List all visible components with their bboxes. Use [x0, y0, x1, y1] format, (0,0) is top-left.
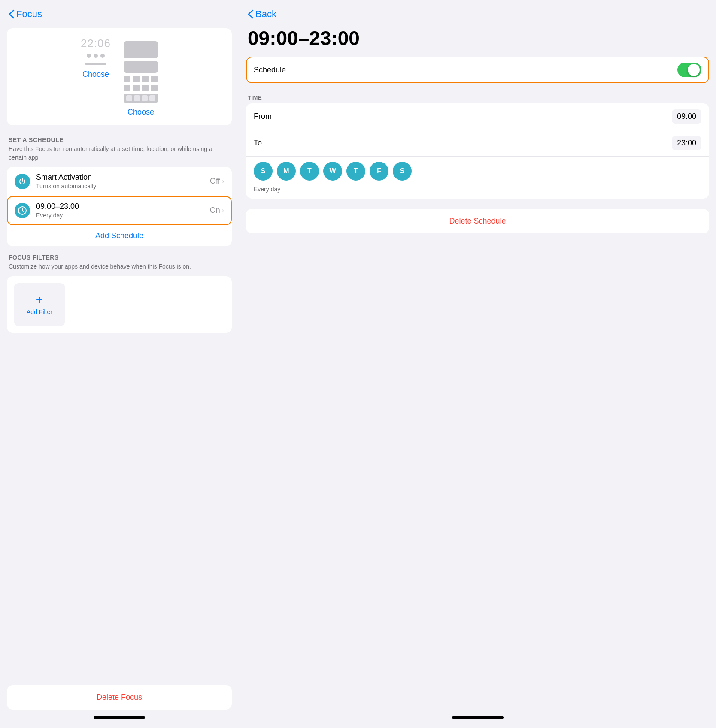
left-nav-bar: Focus	[0, 0, 239, 24]
time-section-label: TIME	[239, 90, 716, 103]
focus-filters-title: FOCUS FILTERS	[9, 254, 230, 261]
left-home-indicator	[94, 716, 145, 719]
schedule-time-right: On ›	[210, 206, 224, 215]
to-label: To	[254, 139, 672, 148]
grid-item-4	[151, 76, 158, 82]
phone-time: 22:06	[81, 37, 111, 50]
focus-back-button[interactable]: Focus	[9, 9, 230, 20]
day-friday[interactable]: F	[370, 162, 388, 181]
day-sunday[interactable]: S	[254, 162, 273, 181]
days-row: S M T W T F S	[246, 157, 709, 184]
mock-block-medium	[124, 61, 158, 73]
time-card: From 09:00 To 23:00 S M T W T F S Every …	[246, 103, 709, 199]
grid-item-3	[142, 76, 149, 82]
add-schedule-button[interactable]: Add Schedule	[7, 225, 232, 246]
left-phone-mockup: 22:06 Choose	[81, 37, 111, 79]
grid-item-2	[133, 76, 140, 82]
from-value: 09:00	[672, 109, 701, 124]
grid-item-5	[124, 85, 130, 91]
mock-block-large	[124, 41, 158, 58]
delete-focus-label: Delete Focus	[97, 693, 142, 702]
preview-area: 22:06 Choose	[7, 28, 232, 125]
delete-schedule-label: Delete Schedule	[449, 217, 506, 226]
mock-grid	[124, 76, 158, 91]
schedule-toggle-card: Schedule	[246, 57, 709, 83]
schedule-toggle[interactable]	[677, 63, 701, 77]
schedule-time-row[interactable]: 09:00–23:00 Every day On ›	[7, 196, 232, 225]
smart-activation-right: Off ›	[210, 177, 224, 186]
smart-activation-content: Smart Activation Turns on automatically	[36, 173, 210, 190]
chevron-left-icon	[9, 9, 15, 19]
to-row[interactable]: To 23:00	[246, 130, 709, 157]
grid-item-7	[142, 85, 149, 91]
set-a-schedule-desc: Have this Focus turn on automatically at…	[9, 145, 230, 162]
schedule-options-card: Smart Activation Turns on automatically …	[7, 167, 232, 246]
schedule-label: Schedule	[254, 66, 677, 75]
schedule-time-subtitle: Every day	[36, 212, 210, 219]
add-schedule-label: Add Schedule	[95, 231, 143, 240]
day-thursday[interactable]: T	[346, 162, 365, 181]
smart-activation-status: Off	[210, 177, 220, 186]
day-tuesday[interactable]: T	[300, 162, 319, 181]
mock-dock	[124, 94, 158, 103]
schedule-toggle-row: Schedule	[246, 57, 709, 83]
add-filter-label: Add Filter	[27, 308, 52, 315]
grid-item-6	[133, 85, 140, 91]
focus-filters-desc: Customize how your apps and device behav…	[9, 263, 230, 271]
right-home-indicator	[452, 716, 504, 719]
smart-activation-icon	[15, 174, 30, 189]
phone-right-mockup	[124, 41, 158, 103]
filter-card: + Add Filter	[7, 276, 232, 333]
back-label: Back	[255, 9, 276, 20]
grid-item-8	[151, 85, 158, 91]
day-monday[interactable]: M	[277, 162, 296, 181]
delete-schedule-button[interactable]: Delete Schedule	[246, 209, 709, 233]
dock-item-3	[142, 95, 148, 101]
phone-dots	[87, 54, 105, 58]
power-icon	[18, 177, 27, 186]
day-wednesday[interactable]: W	[323, 162, 342, 181]
smart-activation-row[interactable]: Smart Activation Turns on automatically …	[7, 167, 232, 196]
smart-activation-title: Smart Activation	[36, 173, 210, 182]
right-phone-mockup: Choose	[124, 37, 158, 117]
left-panel: Focus 22:06 Choose	[0, 0, 239, 728]
set-a-schedule-header: SET A SCHEDULE Have this Focus turn on a…	[0, 132, 239, 163]
grid-item-1	[124, 76, 130, 82]
right-nav-bar: Back	[239, 0, 716, 24]
smart-activation-subtitle: Turns on automatically	[36, 183, 210, 190]
add-filter-plus-icon: +	[36, 294, 43, 306]
dock-item-4	[149, 95, 155, 101]
focus-back-label: Focus	[16, 9, 42, 20]
mock-line-left	[85, 63, 106, 65]
focus-filters-header: FOCUS FILTERS Customize how your apps an…	[0, 250, 239, 273]
dot-2	[94, 54, 98, 58]
schedule-status: On	[210, 206, 220, 215]
delete-focus-button[interactable]: Delete Focus	[7, 685, 232, 710]
day-saturday[interactable]: S	[393, 162, 412, 181]
add-filter-button[interactable]: + Add Filter	[14, 283, 65, 326]
schedule-chevron: ›	[222, 207, 224, 214]
back-button[interactable]: Back	[248, 9, 707, 20]
choose-label-right[interactable]: Choose	[127, 108, 154, 117]
every-day-text: Every day	[246, 184, 709, 199]
from-label: From	[254, 112, 672, 121]
to-value: 23:00	[672, 136, 701, 150]
smart-activation-chevron: ›	[222, 178, 224, 185]
choose-label-left[interactable]: Choose	[82, 70, 109, 79]
set-a-schedule-title: SET A SCHEDULE	[9, 136, 230, 143]
dot-1	[87, 54, 91, 58]
schedule-time-content: 09:00–23:00 Every day	[36, 202, 210, 219]
dock-item-1	[126, 95, 132, 101]
dot-3	[100, 54, 105, 58]
toggle-knob	[688, 64, 700, 76]
back-chevron-icon	[248, 9, 254, 19]
clock-icon	[18, 206, 27, 215]
schedule-clock-icon	[15, 203, 30, 218]
right-panel: Back 09:00–23:00 Schedule TIME From 09:0…	[239, 0, 716, 728]
dock-item-2	[134, 95, 140, 101]
right-panel-title: 09:00–23:00	[239, 24, 716, 57]
from-row[interactable]: From 09:00	[246, 103, 709, 130]
schedule-time-title: 09:00–23:00	[36, 202, 210, 211]
